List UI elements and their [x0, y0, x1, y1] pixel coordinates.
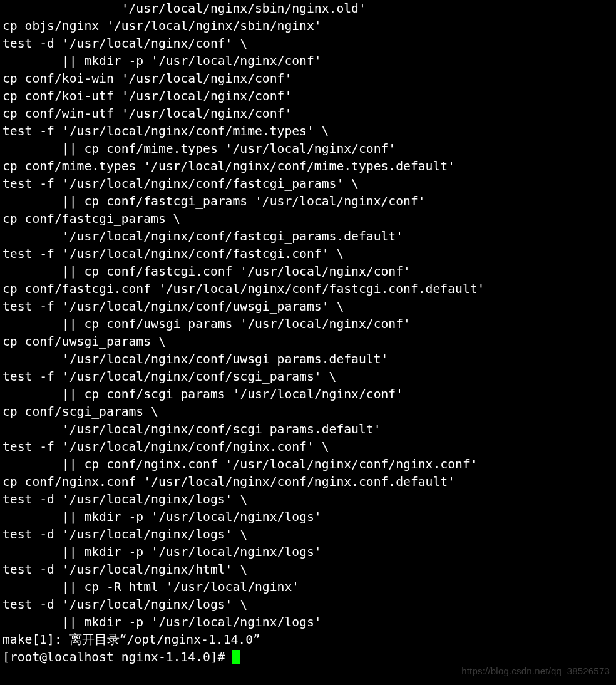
terminal-output[interactable]: '/usr/local/nginx/sbin/nginx.old' cp obj… — [0, 0, 616, 666]
cursor-block — [232, 650, 240, 664]
watermark-text: https://blog.csdn.net/qq_38526573 — [461, 666, 610, 676]
shell-prompt[interactable]: [root@localhost nginx-1.14.0]# — [3, 650, 232, 664]
